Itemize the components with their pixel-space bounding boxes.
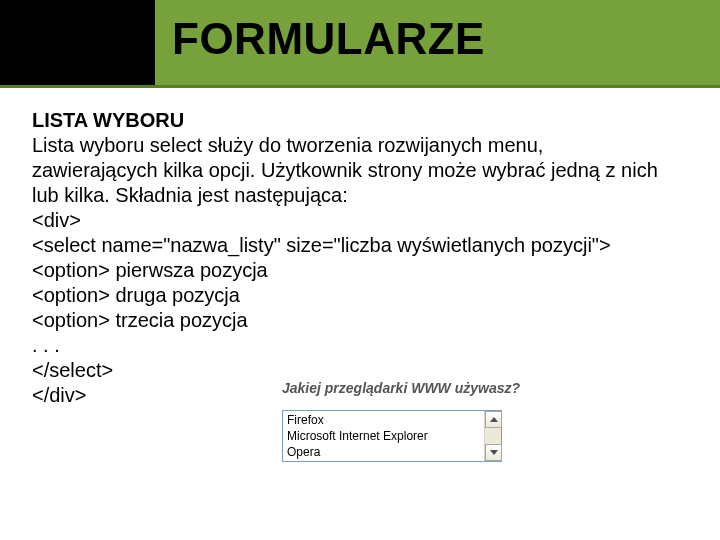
section-subtitle: LISTA WYBORU — [32, 108, 688, 133]
body-line: <option> druga pozycja — [32, 283, 688, 308]
chevron-up-icon — [490, 417, 498, 422]
body-line: <div> — [32, 208, 688, 233]
slide-title: FORMULARZE — [172, 14, 485, 64]
body-line: . . . — [32, 333, 688, 358]
chevron-down-icon — [490, 450, 498, 455]
listbox-option[interactable]: Firefox — [283, 412, 501, 428]
body-line: zawierających kilka opcji. Użytkownik st… — [32, 158, 688, 183]
body-line: lub kilka. Składnia jest następująca: — [32, 183, 688, 208]
header-accent-block — [0, 0, 155, 85]
browser-select-listbox[interactable]: Firefox Microsoft Internet Explorer Oper… — [282, 410, 502, 462]
listbox-inner: Firefox Microsoft Internet Explorer Oper… — [283, 411, 501, 461]
scrollbar[interactable] — [484, 411, 501, 461]
listbox-option[interactable]: Opera — [283, 444, 501, 460]
content-area: LISTA WYBORU Lista wyboru select służy d… — [0, 88, 720, 408]
body-line: Lista wyboru select służy do tworzenia r… — [32, 133, 688, 158]
example-area: Jakiej przeglądarki WWW używasz? Firefox… — [282, 380, 682, 462]
scroll-down-button[interactable] — [485, 444, 502, 461]
body-line: <select name="nazwa_listy" size="liczba … — [32, 233, 688, 258]
scroll-up-button[interactable] — [485, 411, 502, 428]
body-line: <option> pierwsza pozycja — [32, 258, 688, 283]
header-bar: FORMULARZE — [0, 0, 720, 88]
example-label: Jakiej przeglądarki WWW używasz? — [282, 380, 682, 396]
listbox-option[interactable]: Microsoft Internet Explorer — [283, 428, 501, 444]
body-line: <option> trzecia pozycja — [32, 308, 688, 333]
